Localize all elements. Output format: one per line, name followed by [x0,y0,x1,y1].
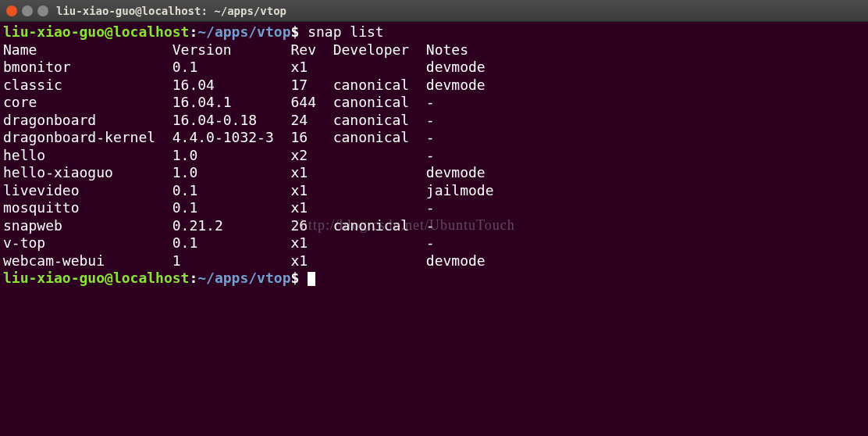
window-buttons [6,5,48,16]
window-titlebar: liu-xiao-guo@localhost: ~/apps/vtop [0,0,868,22]
table-header: Name Version Rev Developer Notes [3,41,865,59]
cursor-icon [308,272,315,286]
table-row: dragonboard 16.04-0.18 24 canonical - [3,112,865,130]
prompt-path: ~/apps/vtop [197,23,290,40]
table-row: mosquitto 0.1 x1 - [3,199,865,217]
table-row: v-top 0.1 x1 - [3,234,865,252]
prompt-user-host: liu-xiao-guo@localhost [3,23,189,40]
window-title: liu-xiao-guo@localhost: ~/apps/vtop [56,5,286,17]
terminal-area[interactable]: liu-xiao-guo@localhost:~/apps/vtop$ snap… [0,22,868,289]
prompt-colon-2: : [189,270,197,286]
table-row: dragonboard-kernel 4.4.0-1032-3 16 canon… [3,129,865,147]
prompt-line-1: liu-xiao-guo@localhost:~/apps/vtop$ snap… [3,23,865,41]
prompt-path-2: ~/apps/vtop [197,270,290,286]
table-row: bmonitor 0.1 x1 devmode [3,59,865,77]
prompt-symbol-2: $ [290,270,299,286]
table-row: webcam-webui 1 x1 devmode [3,252,865,270]
table-row: hello-xiaoguo 1.0 x1 devmode [3,164,865,182]
prompt-line-2: liu-xiao-guo@localhost:~/apps/vtop$ [3,270,865,288]
minimize-icon[interactable] [22,5,33,16]
prompt-colon: : [189,23,197,40]
table-row: hello 1.0 x2 - [3,147,865,165]
table-row: core 16.04.1 644 canonical - [3,94,865,112]
table-row: snapweb 0.21.2 26 canonical - [3,217,865,235]
table-row: livevideo 0.1 x1 jailmode [3,182,865,200]
maximize-icon[interactable] [37,5,48,16]
table-rows: bmonitor 0.1 x1 devmodeclassic 16.04 17 … [3,59,865,270]
table-row: classic 16.04 17 canonical devmode [3,77,865,95]
command-text: snap list [299,23,383,40]
close-icon[interactable] [6,5,17,16]
prompt-user-host-2: liu-xiao-guo@localhost [3,270,189,286]
command-value: snap list [308,23,384,40]
prompt-symbol: $ [290,23,299,40]
